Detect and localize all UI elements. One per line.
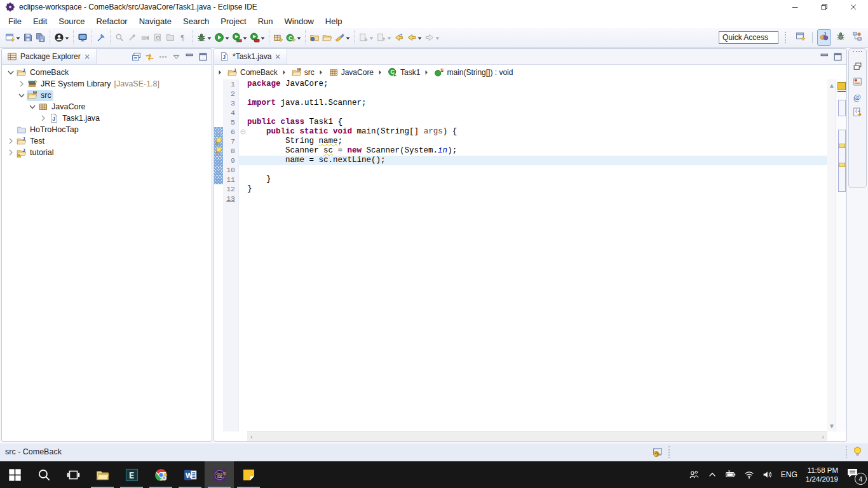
taskbar-eclipse-jee[interactable]: Java EEIDE	[205, 461, 234, 488]
build-button[interactable]	[139, 31, 151, 44]
taskbar-task-view[interactable]	[58, 461, 88, 488]
restore-button[interactable]	[810, 0, 839, 14]
close-icon[interactable]	[84, 53, 91, 60]
tree-item-javacore[interactable]: JavaCore	[2, 101, 212, 112]
dropdown-arrow-icon[interactable]	[16, 32, 20, 43]
open-type-button[interactable]	[321, 31, 334, 44]
clean-button[interactable]	[126, 31, 139, 44]
dropdown-arrow-icon[interactable]	[417, 32, 422, 43]
chevron-up-icon[interactable]	[707, 470, 717, 480]
tree-item-jre-system-library[interactable]: JRE System Library [JavaSE-1.8]	[2, 78, 212, 90]
maximize-view-icon[interactable]	[832, 51, 843, 62]
dropdown-arrow-icon[interactable]	[207, 32, 212, 43]
open-perspective-button[interactable]	[794, 29, 808, 46]
dropdown-arrow-icon[interactable]	[261, 32, 265, 43]
menu-window[interactable]: Window	[279, 15, 320, 27]
chevron-right-icon[interactable]	[6, 136, 16, 146]
dropdown-arrow-icon[interactable]	[387, 32, 391, 43]
language-indicator[interactable]: ENG	[781, 470, 797, 479]
overview-warning-tick[interactable]	[839, 163, 845, 167]
save-all-button[interactable]	[34, 31, 47, 44]
new-wizard-button[interactable]	[4, 30, 22, 44]
dropdown-arrow-icon[interactable]	[65, 32, 69, 43]
tree-item-test[interactable]: JTest	[2, 135, 212, 147]
people-icon[interactable]	[689, 470, 699, 480]
tree-item-task1-java[interactable]: JTask1.java	[2, 112, 212, 124]
warning-marker-icon[interactable]	[214, 146, 223, 156]
show-whitespace-button[interactable]: ¶	[177, 31, 189, 44]
breadcrumb-separator-icon[interactable]	[318, 69, 325, 76]
overview-range-box[interactable]	[838, 130, 846, 192]
chevron-right-icon[interactable]	[38, 113, 48, 123]
menu-search[interactable]: Search	[177, 15, 215, 27]
menu-project[interactable]: Project	[215, 15, 252, 27]
prev-annotation-button[interactable]	[375, 30, 393, 44]
breadcrumb-item-main-string-void[interactable]: Smain(String[]) : void	[433, 67, 514, 78]
clock[interactable]: 11:58 PM 1/24/2019	[806, 466, 838, 484]
minimize-view-icon[interactable]	[184, 51, 195, 62]
chevron-down-icon[interactable]	[27, 102, 37, 112]
dropdown-arrow-icon[interactable]	[243, 32, 247, 43]
scroll-left-icon[interactable]: ‹	[250, 433, 253, 440]
user-profile-button[interactable]	[53, 30, 71, 44]
chevron-right-icon[interactable]	[17, 79, 27, 89]
close-button[interactable]	[839, 0, 868, 14]
breadcrumb-separator-icon[interactable]	[424, 69, 430, 76]
overview-warning-indicator[interactable]	[837, 82, 846, 90]
menu-navigate[interactable]: Navigate	[133, 15, 177, 27]
forward-button[interactable]	[423, 30, 441, 44]
javadoc-button[interactable]: @	[851, 90, 864, 103]
debug-button[interactable]	[195, 30, 213, 44]
taskbar-word[interactable]: W	[175, 461, 205, 488]
last-edit-button[interactable]	[393, 31, 405, 44]
restore-views-button[interactable]	[851, 60, 864, 72]
overview-ruler[interactable]	[836, 79, 846, 431]
scroll-up-icon[interactable]: ▲	[827, 81, 836, 90]
wifi-icon[interactable]	[744, 470, 754, 480]
close-icon[interactable]	[275, 53, 281, 60]
taskbar-windows-search[interactable]	[29, 461, 58, 488]
team-perspective-button[interactable]	[850, 29, 864, 46]
overview-range-box[interactable]	[838, 100, 846, 116]
taskbar-eclipse-editor[interactable]: E	[117, 461, 146, 488]
back-button[interactable]	[405, 30, 423, 44]
minimize-view-icon[interactable]	[819, 51, 830, 62]
menu-refactor[interactable]: Refactor	[91, 15, 133, 27]
code-editor[interactable]: 1package JavaCore;23import java.util.Sca…	[214, 79, 827, 431]
open-task-button[interactable]	[308, 31, 321, 44]
dropdown-arrow-icon[interactable]	[435, 32, 440, 43]
quick-access-box[interactable]: Quick Access	[719, 31, 778, 44]
dropdown-arrow-icon[interactable]	[225, 32, 229, 43]
profile-button[interactable]	[248, 30, 266, 44]
pin-button[interactable]	[95, 31, 107, 44]
breadcrumb-item-javacore[interactable]: JavaCore	[327, 67, 375, 78]
horizontal-scrollbar[interactable]: ‹ ›	[247, 431, 827, 441]
tree-item-hotrohoctap[interactable]: HoTroHocTap	[2, 124, 212, 135]
package-explorer-tab[interactable]: Package Explorer	[2, 49, 97, 64]
collapse-all-icon[interactable]	[131, 51, 142, 62]
overview-warning-tick[interactable]	[839, 144, 845, 148]
tree-item-tutorial[interactable]: Jtutorial	[2, 147, 212, 158]
view-chevron-icon[interactable]	[171, 51, 182, 62]
volume-icon[interactable]	[763, 470, 773, 480]
new-class-button[interactable]: C	[285, 30, 302, 44]
java-perspective-button[interactable]: J	[817, 29, 831, 46]
taskbar-chrome[interactable]	[146, 461, 175, 488]
dropdown-arrow-icon[interactable]	[297, 32, 301, 43]
chevron-down-icon[interactable]	[17, 90, 27, 100]
taskbar-sticky-notes[interactable]	[234, 461, 263, 488]
new-java-project-button[interactable]	[272, 31, 285, 44]
search-occurrences-button[interactable]	[113, 31, 126, 44]
menu-file[interactable]: File	[3, 15, 27, 27]
taskbar-file-explorer[interactable]	[88, 461, 117, 488]
maximize-view-icon[interactable]	[198, 51, 208, 62]
battery-icon[interactable]	[726, 470, 736, 480]
next-annotation-button[interactable]	[357, 30, 375, 44]
vertical-scrollbar[interactable]: ▲ ▼	[827, 79, 836, 431]
breadcrumb-item-task1[interactable]: CTask1	[386, 67, 421, 78]
menu-help[interactable]: Help	[320, 15, 348, 27]
rail-drag-handle[interactable]	[853, 51, 862, 57]
fold-collapse-icon[interactable]	[238, 127, 247, 137]
breadcrumb-item-comeback[interactable]: JComeBack	[226, 67, 279, 78]
scroll-down-icon[interactable]: ▼	[827, 421, 836, 430]
